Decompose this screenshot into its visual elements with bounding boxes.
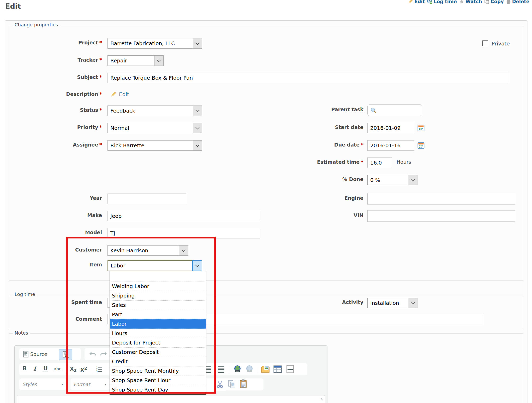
chevron-down-icon[interactable] [408, 298, 417, 308]
item-option-blank[interactable] [110, 271, 206, 282]
redo-icon[interactable] [100, 351, 107, 357]
context-delete-link[interactable]: Delete [506, 0, 529, 4]
italic-button[interactable]: I [33, 365, 36, 372]
item-option[interactable]: Shipping [110, 291, 206, 300]
year-input[interactable] [107, 194, 186, 204]
description-label: Description* [4, 91, 102, 97]
make-label: Make [4, 212, 102, 218]
toolbar-separator [92, 366, 92, 373]
item-label: Item [4, 262, 102, 267]
trash-icon [506, 0, 511, 4]
chevron-down-icon[interactable] [193, 123, 202, 133]
context-copy-link[interactable]: Copy [484, 0, 504, 4]
activity-select[interactable]: Installation [367, 298, 417, 308]
calendar-icon[interactable] [417, 142, 425, 149]
make-input[interactable]: Jeep [107, 211, 260, 221]
paste-icon[interactable] [240, 379, 247, 388]
item-option[interactable]: Credit [110, 357, 206, 366]
vin-input[interactable] [367, 210, 515, 222]
unlink-icon[interactable] [245, 365, 254, 373]
format-combo[interactable]: Format ▾ [70, 378, 110, 390]
numbered-list-icon[interactable]: 123 [96, 366, 103, 373]
item-option[interactable]: Customer Deposit [110, 347, 206, 357]
item-option[interactable]: Shop Space Rent Day [110, 385, 206, 394]
item-option[interactable]: Shop Space Rent Monthly [110, 366, 206, 376]
description-edit-link[interactable]: Edit [119, 91, 129, 97]
item-option[interactable]: Deposit for Project [110, 338, 206, 347]
assignee-select[interactable]: Rick Barrette [107, 140, 202, 151]
chevron-down-icon[interactable] [154, 56, 163, 66]
calendar-icon[interactable] [417, 124, 425, 131]
item-option[interactable]: Hours [110, 329, 206, 338]
superscript-button[interactable]: X2 [80, 366, 87, 373]
strikethrough-button[interactable]: abc [54, 366, 61, 371]
combo-arrow-icon: ▾ [61, 382, 63, 386]
model-input[interactable]: TJ [107, 228, 260, 238]
svg-text:3: 3 [96, 370, 98, 373]
activity-label: Activity [266, 299, 363, 305]
chevron-down-icon[interactable] [193, 38, 202, 48]
due-date-label: Due date* [266, 142, 363, 148]
engine-label: Engine [266, 195, 363, 201]
item-option[interactable]: Sales [110, 300, 206, 310]
notes-legend: Notes [13, 330, 30, 336]
pencil-icon [408, 0, 413, 4]
tracker-select[interactable]: Repair [107, 55, 164, 66]
subscript-button[interactable]: X2 [70, 366, 77, 373]
bold-button[interactable]: B [22, 365, 27, 372]
item-option-selected[interactable]: Labor [110, 319, 206, 329]
clock-plus-icon [427, 0, 432, 4]
chevron-down-icon[interactable] [193, 261, 202, 271]
copy-icon[interactable] [228, 380, 236, 388]
undo-icon[interactable] [89, 351, 97, 357]
pencil-icon [111, 91, 116, 97]
status-select[interactable]: Feedback [107, 106, 202, 116]
parent-task-label: Parent task [266, 107, 363, 112]
chevron-down-icon[interactable] [193, 141, 202, 150]
chevron-down-icon[interactable] [179, 246, 188, 255]
percent-done-label: % Done [266, 176, 363, 182]
spent-time-label: Spent time [4, 299, 102, 305]
source-icon [23, 351, 29, 358]
item-option[interactable]: Part [110, 310, 206, 319]
notes-editor-content[interactable]: ∧ [17, 395, 325, 403]
link-icon[interactable] [233, 365, 242, 373]
project-select[interactable]: Barrette Fabrication, LLC [107, 38, 202, 49]
year-label: Year [4, 195, 102, 201]
item-option[interactable]: Welding Labor [110, 282, 206, 291]
item-select[interactable]: Labor [107, 260, 202, 271]
context-edit-link[interactable]: Edit [408, 0, 425, 4]
preview-button[interactable] [59, 349, 72, 360]
item-option[interactable]: Shop Space Rent Hour [110, 376, 206, 385]
table-icon[interactable] [273, 365, 282, 373]
context-log-time-link[interactable]: Log time [427, 0, 457, 4]
private-checkbox[interactable] [482, 40, 488, 46]
estimated-time-input[interactable]: 16.0 [367, 157, 392, 168]
toolbar-separator [66, 366, 66, 373]
tracker-label: Tracker* [4, 57, 102, 63]
vin-label: VIN [266, 212, 363, 218]
context-watch-link[interactable]: Watch [459, 0, 482, 4]
align-justify-icon[interactable] [218, 366, 225, 373]
start-date-input[interactable]: 2016-01-09 [367, 123, 414, 133]
percent-done-select[interactable]: 0 % [367, 175, 417, 185]
cut-icon[interactable] [216, 381, 224, 388]
scrollbar-up-icon[interactable]: ∧ [320, 396, 323, 401]
magnifier-icon [370, 107, 376, 113]
image-icon[interactable] [261, 365, 270, 373]
source-button[interactable]: Source [23, 351, 47, 358]
project-label: Project* [4, 40, 102, 45]
horizontal-rule-icon[interactable] [286, 365, 294, 373]
chevron-down-icon[interactable] [193, 106, 202, 116]
priority-select[interactable]: Normal [107, 123, 202, 133]
engine-input[interactable] [367, 193, 515, 205]
styles-combo[interactable]: Styles ▾ [19, 378, 66, 390]
chevron-down-icon[interactable] [408, 175, 417, 185]
priority-label: Priority* [4, 124, 102, 130]
customer-select[interactable]: Kevin Harrison [107, 245, 188, 256]
due-date-input[interactable]: 2016-01-16 [367, 140, 414, 151]
context-menu: Edit Log time Watch Copy Delete [408, 0, 529, 5]
parent-task-input[interactable] [367, 104, 422, 116]
subject-input[interactable]: Replace Torque Box & Floor Pan [107, 73, 509, 83]
underline-button[interactable]: U [43, 365, 48, 372]
